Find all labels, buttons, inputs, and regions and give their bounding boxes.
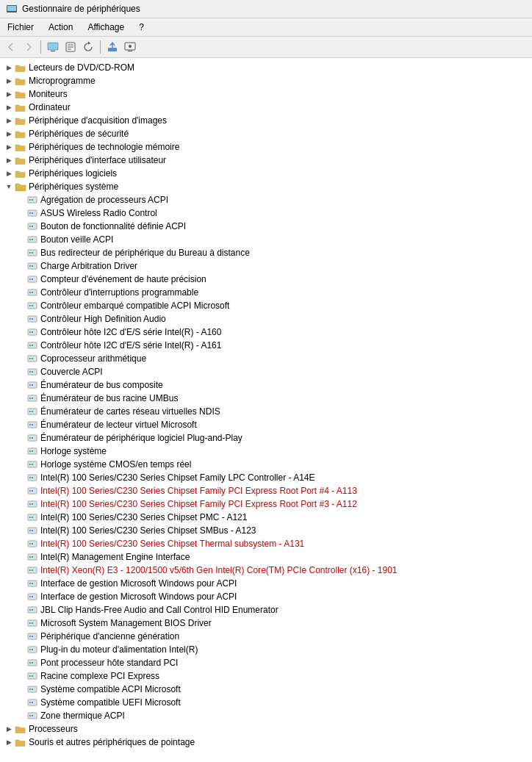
- svg-rect-48: [32, 305, 33, 306]
- monitor-btn[interactable]: [122, 39, 138, 55]
- tree-item-processors[interactable]: ▶ Processeurs: [0, 722, 532, 736]
- svg-rect-151: [29, 649, 31, 650]
- tree-item-clock[interactable]: Horloge système: [0, 445, 532, 458]
- svg-rect-72: [32, 384, 33, 386]
- menu-fichier[interactable]: Fichier: [0, 20, 41, 35]
- menu-affichage[interactable]: Affichage: [80, 20, 132, 35]
- tree-item-computer[interactable]: ▶ Ordinateur: [0, 101, 532, 114]
- svg-rect-35: [29, 265, 31, 267]
- device-icon: [26, 644, 38, 655]
- tree-item-pmc-a121[interactable]: Intel(R) 100 Series/C230 Series Chipset …: [0, 511, 532, 524]
- tree-item-legacy[interactable]: Périphérique d'ancienne génération: [0, 630, 532, 643]
- svg-rect-9: [108, 48, 117, 51]
- tree-item-memory[interactable]: ▶ Périphériques de technologie mémoire: [0, 140, 532, 154]
- tree-item-acpi-mgmt2[interactable]: Interface de gestion Microsoft Windows p…: [0, 590, 532, 603]
- tree-label: Agrégation de processeurs ACPI: [40, 195, 168, 205]
- tree-label: Intel(R) 100 Series/C230 Series Chipset …: [40, 525, 256, 536]
- tree-label: Énumérateur de lecteur virtuel Microsoft: [40, 420, 197, 430]
- device-icon: [26, 657, 38, 669]
- tree-item-mei[interactable]: Intel(R) Management Engine Interface: [0, 550, 532, 564]
- tree-label: Énumérateur de bus racine UMBus: [40, 393, 178, 403]
- svg-rect-24: [32, 226, 33, 227]
- svg-rect-88: [32, 437, 33, 439]
- tree-item-charge-arb[interactable]: Charge Arbitration Driver: [0, 259, 532, 273]
- tree-item-composite-enum[interactable]: Énumérateur de bus composite: [0, 378, 532, 392]
- device-icon: [26, 472, 38, 484]
- tree-item-thermal-a131[interactable]: Intel(R) 100 Series/C230 Series Chipset …: [0, 537, 532, 550]
- svg-rect-156: [32, 662, 33, 664]
- device-icon: [26, 591, 38, 603]
- svg-rect-131: [29, 583, 31, 584]
- tree-item-imaging[interactable]: ▶ Périphérique d'acquisition d'images: [0, 114, 532, 127]
- device-icon: [26, 617, 38, 629]
- properties-btn[interactable]: [62, 39, 79, 55]
- tree-item-hpet[interactable]: Compteur d'événement de haute précision: [0, 273, 532, 286]
- tree-label: ASUS Wireless Radio Control: [40, 208, 157, 218]
- tree-item-jbl-hid[interactable]: JBL Clip Hands-Free Audio and Call Contr…: [0, 603, 532, 617]
- tree-item-acpi-sleep[interactable]: Bouton veille ACPI: [0, 233, 532, 246]
- tree-item-pnp-enum[interactable]: Énumérateur de périphérique logiciel Plu…: [0, 431, 532, 445]
- tree-item-software[interactable]: ▶ Périphériques logiciels: [0, 167, 532, 180]
- tree-item-acpi-lid[interactable]: Couvercle ACPI: [0, 365, 532, 378]
- tree-item-hda[interactable]: Contrôleur High Definition Audio: [0, 312, 532, 326]
- device-icon: [26, 300, 38, 312]
- device-icon: [26, 287, 38, 298]
- refresh-btn[interactable]: [80, 39, 96, 55]
- tree-item-vdisk-enum[interactable]: Énumérateur de lecteur virtuel Microsoft: [0, 418, 532, 431]
- svg-rect-23: [29, 226, 31, 227]
- tree-item-rdp-redirector[interactable]: Bus redirecteur de périphérique du Burea…: [0, 246, 532, 259]
- tree-item-pcie-a113[interactable]: Intel(R) 100 Series/C230 Series Chipset …: [0, 484, 532, 497]
- tree-item-fpu[interactable]: Coprocesseur arithmétique: [0, 352, 532, 365]
- forward-button[interactable]: [21, 39, 37, 55]
- tree-item-lpc-a14e[interactable]: Intel(R) 100 Series/C230 Series Chipset …: [0, 471, 532, 484]
- svg-rect-2: [10, 12, 14, 12]
- tree-item-acpi-zone[interactable]: Zone thermique ACPI: [0, 709, 532, 722]
- tree-item-root-enum[interactable]: Énumérateur de bus racine UMBus: [0, 392, 532, 405]
- tree-item-pic[interactable]: Contrôleur d'interruptions programmable: [0, 286, 532, 299]
- tree-item-pcie-a112[interactable]: Intel(R) 100 Series/C230 Series Chipset …: [0, 497, 532, 511]
- tree-item-pcie-root[interactable]: Racine complexe PCI Express: [0, 669, 532, 683]
- svg-rect-76: [32, 398, 33, 399]
- tree-item-acpi-button[interactable]: Bouton de fonctionnalité définie ACPI: [0, 220, 532, 233]
- tree-item-security[interactable]: ▶ Périphériques de sécurité: [0, 127, 532, 140]
- back-button[interactable]: [3, 39, 19, 55]
- tree-item-ndis-enum[interactable]: Énumérateur de cartes réseau virtuelles …: [0, 405, 532, 418]
- svg-rect-128: [32, 569, 33, 571]
- tree-item-i2c-a160[interactable]: Contrôleur hôte I2C d'E/S série Intel(R)…: [0, 326, 532, 339]
- tree-item-acpi-mgmt1[interactable]: Interface de gestion Microsoft Windows p…: [0, 577, 532, 590]
- tree-label: Bus redirecteur de périphérique du Burea…: [40, 248, 250, 258]
- svg-rect-168: [32, 702, 33, 703]
- device-icon: [26, 406, 38, 417]
- menu-help[interactable]: ?: [132, 20, 151, 35]
- svg-rect-96: [32, 464, 33, 465]
- tree-item-i2c-a161[interactable]: Contrôleur hôte I2C d'E/S série Intel(R)…: [0, 339, 532, 352]
- svg-rect-87: [29, 437, 31, 439]
- tree-item-acpi-ec[interactable]: Contrôleur embarqué compatible ACPI Micr…: [0, 299, 532, 312]
- show-device-manager-btn[interactable]: [45, 39, 61, 55]
- tree-item-uefi-ms[interactable]: Système compatible UEFI Microsoft: [0, 696, 532, 709]
- tree-label: Intel(R) Xeon(R) E3 - 1200/1500 v5/6th G…: [40, 565, 398, 575]
- tree-item-mice[interactable]: ▶ Souris et autres périphériques de poin…: [0, 736, 532, 749]
- tree-item-power-plugin[interactable]: Plug-in du moteur d'alimentation Intel(R…: [0, 643, 532, 656]
- device-icon: [26, 604, 38, 616]
- tree-item-monitors[interactable]: ▶ Moniteurs: [0, 87, 532, 101]
- tree-item-acpi-agg[interactable]: Agrégation de processeurs ACPI: [0, 193, 532, 206]
- tree-item-rtc[interactable]: Horloge système CMOS/en temps réel: [0, 458, 532, 471]
- tree-item-system[interactable]: ▼ Périphériques système: [0, 180, 532, 193]
- tree-item-smbus-a123[interactable]: Intel(R) 100 Series/C230 Series Chipset …: [0, 524, 532, 537]
- svg-rect-63: [29, 358, 31, 359]
- tree-item-xeon-1901[interactable]: Intel(R) Xeon(R) E3 - 1200/1500 v5/6th G…: [0, 564, 532, 577]
- device-icon: [26, 419, 38, 431]
- tree-label: Contrôleur hôte I2C d'E/S série Intel(R)…: [40, 327, 221, 337]
- expand-icon: ▶: [3, 154, 15, 166]
- tree-item-acpi-ms[interactable]: Système compatible ACPI Microsoft: [0, 683, 532, 696]
- tree-item-micro[interactable]: ▶ Microprogramme: [0, 74, 532, 87]
- tree-item-dvd[interactable]: ▶ Lecteurs de DVD/CD-ROM: [0, 61, 532, 74]
- tree-item-hid[interactable]: ▶ Périphériques d'interface utilisateur: [0, 154, 532, 167]
- tree-item-pci-bridge[interactable]: Pont processeur hôte standard PCI: [0, 656, 532, 669]
- menu-action[interactable]: Action: [41, 20, 80, 35]
- tree-item-smbios[interactable]: Microsoft System Management BIOS Driver: [0, 617, 532, 630]
- tree-item-asus-wifi[interactable]: ASUS Wireless Radio Control: [0, 206, 532, 220]
- update-driver-btn[interactable]: [104, 39, 121, 55]
- svg-rect-116: [32, 530, 33, 531]
